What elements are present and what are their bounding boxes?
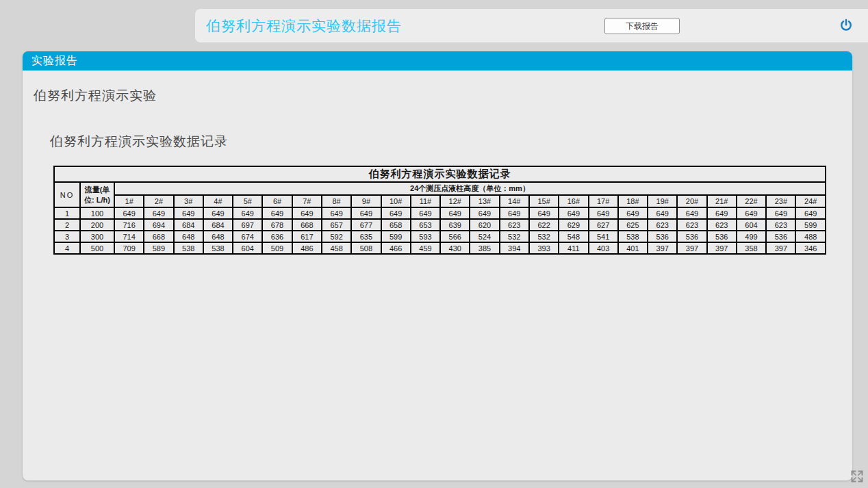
table-row: 4500709589538538604509486458508466459430… bbox=[54, 242, 826, 254]
measurement-cell: 649 bbox=[648, 207, 677, 219]
measurement-cell: 459 bbox=[411, 242, 440, 254]
measurement-cell: 649 bbox=[292, 207, 322, 219]
measurement-cell: 649 bbox=[381, 207, 411, 219]
column-header-point: 19# bbox=[648, 195, 677, 207]
measurement-cell: 536 bbox=[677, 231, 706, 242]
row-number-cell: 3 bbox=[54, 231, 80, 242]
measurement-cell: 648 bbox=[174, 231, 203, 242]
measurement-cell: 649 bbox=[174, 207, 203, 219]
column-header-point: 8# bbox=[322, 195, 351, 207]
measurement-cell: 649 bbox=[322, 207, 351, 219]
measurement-cell: 589 bbox=[144, 242, 173, 254]
measurement-cell: 649 bbox=[766, 207, 795, 219]
measurement-cell: 397 bbox=[766, 242, 795, 254]
flow-rate-cell: 200 bbox=[80, 219, 114, 231]
measurement-cell: 649 bbox=[795, 207, 826, 219]
measurement-cell: 604 bbox=[737, 219, 766, 231]
measurement-cell: 486 bbox=[292, 242, 322, 254]
column-header-point: 13# bbox=[470, 195, 499, 207]
measurement-cell: 623 bbox=[500, 219, 529, 231]
measurement-cell: 499 bbox=[737, 231, 766, 242]
measurement-cell: 509 bbox=[262, 242, 292, 254]
measurement-cell: 623 bbox=[707, 219, 737, 231]
measurement-cell: 649 bbox=[262, 207, 292, 219]
row-number-cell: 1 bbox=[54, 207, 80, 219]
measurement-cell: 622 bbox=[529, 219, 559, 231]
measurement-cell: 649 bbox=[351, 207, 381, 219]
measurement-cell: 358 bbox=[737, 242, 766, 254]
measurement-cell: 668 bbox=[292, 219, 322, 231]
power-icon[interactable] bbox=[839, 18, 853, 32]
table-point-header-row: 1#2#3#4#5#6#7#8#9#10#11#12#13#14#15#16#1… bbox=[54, 195, 826, 207]
column-header-flow: 流量(单位: L/h) bbox=[80, 182, 114, 207]
column-header-point: 17# bbox=[589, 195, 618, 207]
measurement-cell: 649 bbox=[144, 207, 173, 219]
measurement-cell: 629 bbox=[559, 219, 588, 231]
report-panel: 实验报告 伯努利方程演示实验 伯努利方程演示实验数据记录 伯努利方程演示实验数据… bbox=[23, 51, 852, 480]
table-row: 2200716694684684697678668657677658653639… bbox=[54, 219, 826, 231]
column-header-point: 24# bbox=[795, 195, 826, 207]
measurement-cell: 430 bbox=[440, 242, 470, 254]
flow-rate-cell: 500 bbox=[80, 242, 114, 254]
experiment-title: 伯努利方程演示实验 bbox=[34, 87, 852, 105]
measurement-cell: 697 bbox=[233, 219, 262, 231]
column-header-point: 15# bbox=[529, 195, 559, 207]
measurement-cell: 674 bbox=[233, 231, 262, 242]
top-header-band: 伯努利方程演示实验数据报告 下载报告 bbox=[195, 9, 868, 42]
measurement-cell: 668 bbox=[144, 231, 173, 242]
measurement-cell: 604 bbox=[233, 242, 262, 254]
measurement-cell: 649 bbox=[411, 207, 440, 219]
panel-banner: 实验报告 bbox=[23, 51, 852, 70]
measurement-cell: 635 bbox=[351, 231, 381, 242]
table-span-header-row: NO 流量(单位: L/h) 24个测压点液柱高度（单位：mm） bbox=[54, 182, 826, 195]
column-header-point: 18# bbox=[618, 195, 648, 207]
measurement-cell: 623 bbox=[766, 219, 795, 231]
measurement-cell: 538 bbox=[618, 231, 648, 242]
measurement-cell: 566 bbox=[440, 231, 470, 242]
measurement-cell: 536 bbox=[648, 231, 677, 242]
measurement-cell: 466 bbox=[381, 242, 411, 254]
column-header-point: 7# bbox=[292, 195, 322, 207]
column-header-point: 14# bbox=[500, 195, 529, 207]
measurement-cell: 508 bbox=[351, 242, 381, 254]
column-header-point: 2# bbox=[144, 195, 173, 207]
column-header-point: 21# bbox=[707, 195, 737, 207]
measurement-cell: 397 bbox=[648, 242, 677, 254]
measurement-cell: 620 bbox=[470, 219, 499, 231]
measurement-cell: 411 bbox=[559, 242, 588, 254]
measurement-cell: 649 bbox=[677, 207, 706, 219]
measurement-cell: 599 bbox=[381, 231, 411, 242]
measurement-cell: 648 bbox=[203, 231, 233, 242]
column-header-no: NO bbox=[54, 182, 80, 207]
measurement-cell: 649 bbox=[707, 207, 737, 219]
measurement-cell: 536 bbox=[766, 231, 795, 242]
measurement-cell: 709 bbox=[114, 242, 144, 254]
row-number-cell: 4 bbox=[54, 242, 80, 254]
measurement-cell: 649 bbox=[470, 207, 499, 219]
table-row: 3300714668648648674636617592635599593566… bbox=[54, 231, 826, 242]
measurement-cell: 636 bbox=[262, 231, 292, 242]
column-header-pressure-points: 24个测压点液柱高度（单位：mm） bbox=[114, 182, 826, 195]
measurement-cell: 649 bbox=[618, 207, 648, 219]
column-header-point: 11# bbox=[411, 195, 440, 207]
download-report-button[interactable]: 下载报告 bbox=[604, 18, 680, 34]
measurement-cell: 684 bbox=[174, 219, 203, 231]
measurement-cell: 649 bbox=[203, 207, 233, 219]
measurement-cell: 625 bbox=[618, 219, 648, 231]
column-header-point: 6# bbox=[262, 195, 292, 207]
measurement-cell: 649 bbox=[559, 207, 588, 219]
row-number-cell: 2 bbox=[54, 219, 80, 231]
fullscreen-icon[interactable] bbox=[850, 470, 864, 483]
table-row: 1100649649649649649649649649649649649649… bbox=[54, 207, 826, 219]
column-header-point: 12# bbox=[440, 195, 470, 207]
measurement-cell: 346 bbox=[795, 242, 826, 254]
measurement-cell: 649 bbox=[114, 207, 144, 219]
column-header-point: 3# bbox=[174, 195, 203, 207]
column-header-point: 1# bbox=[114, 195, 144, 207]
measurement-cell: 458 bbox=[322, 242, 351, 254]
measurement-cell: 649 bbox=[737, 207, 766, 219]
measurement-cell: 394 bbox=[500, 242, 529, 254]
measurement-cell: 617 bbox=[292, 231, 322, 242]
measurement-cell: 623 bbox=[677, 219, 706, 231]
measurement-cell: 649 bbox=[529, 207, 559, 219]
